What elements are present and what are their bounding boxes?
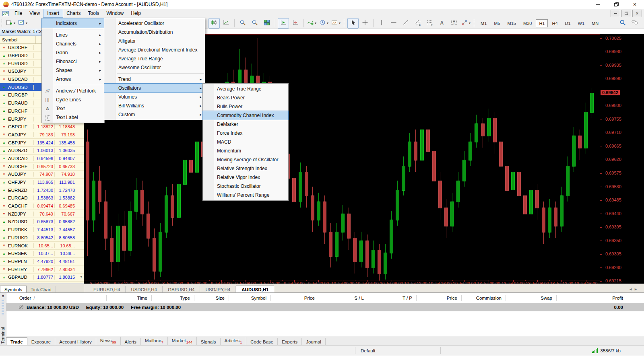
balance-row[interactable]: Balance: 10 000.00 USD Equity: 10 000.00… bbox=[6, 303, 644, 311]
terminal-drag-handle[interactable] bbox=[2, 300, 4, 316]
menu-item-relative-vigor-index[interactable]: Relative Vigor Index bbox=[203, 173, 288, 182]
child-restore-button[interactable] bbox=[621, 10, 631, 17]
menu-help[interactable]: Help bbox=[127, 9, 144, 17]
market-watch-row-eurpln[interactable]: ▲EURPLN4.479204.48161 bbox=[0, 258, 84, 266]
market-watch-row-eurhkd[interactable]: ▲EURHKD8.805428.80558 bbox=[0, 234, 84, 242]
scroll-down-icon[interactable]: ▾ bbox=[80, 275, 82, 279]
menu-item-stochastic-oscillator[interactable]: Stochastic Oscillator bbox=[203, 182, 288, 191]
market-watch-row-gbpaud[interactable]: ▲GBPAUD1.807771.80815 bbox=[0, 274, 84, 282]
vertical-line-button[interactable] bbox=[376, 18, 387, 29]
market-watch-row-eurdkk[interactable]: ▲EURDKK7.445137.44557 bbox=[0, 226, 84, 234]
text-button[interactable]: A bbox=[436, 18, 448, 29]
menu-tools[interactable]: Tools bbox=[85, 9, 103, 17]
period-w1-button[interactable]: W1 bbox=[575, 19, 588, 27]
chart-tab-usdjpy-h4[interactable]: USDJPY,H4 bbox=[200, 286, 236, 293]
column-header-s-l[interactable]: S / L bbox=[319, 295, 368, 301]
menu-charts[interactable]: Charts bbox=[63, 9, 84, 17]
menu-item-alligator[interactable]: Alligator bbox=[104, 37, 205, 45]
menu-insert[interactable]: Insert bbox=[43, 9, 63, 17]
templates-button[interactable]: ▼ bbox=[330, 18, 342, 29]
column-header-time[interactable]: Time bbox=[107, 295, 152, 301]
terminal-tab-code-base[interactable]: Code Base bbox=[246, 338, 278, 346]
period-m5-button[interactable]: M5 bbox=[491, 19, 503, 27]
terminal-tab-market[interactable]: Market144 bbox=[168, 337, 197, 346]
terminal-tab-articles[interactable]: Articles1 bbox=[221, 337, 247, 346]
column-header-commission[interactable]: Commission bbox=[462, 295, 506, 301]
menu-item-average-true-range[interactable]: Average True Range bbox=[104, 54, 205, 63]
insert-indicator-button[interactable]: ▼ bbox=[306, 18, 318, 29]
menu-item-relative-strength-index[interactable]: Relative Strength Index bbox=[203, 164, 288, 173]
period-h1-button[interactable]: H1 bbox=[536, 19, 548, 27]
market-watch-tab-tick-chart[interactable]: Tick Chart bbox=[27, 286, 56, 293]
menu-item-shapes[interactable]: Shapes▸ bbox=[42, 66, 104, 75]
tab-scroll-arrows[interactable]: ◄► bbox=[629, 287, 639, 293]
dropdown-caret-icon[interactable]: ▼ bbox=[326, 22, 329, 25]
menu-item-bears-power[interactable]: Bears Power bbox=[203, 93, 288, 102]
menu-item-custom[interactable]: Custom▸ bbox=[104, 110, 205, 119]
menu-item-fibonacci[interactable]: Fibonacci▸ bbox=[42, 57, 104, 66]
market-watch-row-audjpy[interactable]: ▼AUDJPY74.90774.918 bbox=[0, 171, 84, 179]
equidistant-channel-button[interactable]: E bbox=[412, 18, 423, 29]
menu-item-demarker[interactable]: DeMarker bbox=[203, 120, 288, 129]
menu-window[interactable]: Window bbox=[103, 9, 128, 17]
text-label-button[interactable]: T bbox=[448, 18, 460, 29]
menu-item-accumulation-distribution[interactable]: Accumulation/Distribution bbox=[104, 28, 205, 37]
dropdown-caret-icon[interactable]: ▼ bbox=[25, 22, 28, 25]
child-minimize-button[interactable] bbox=[611, 10, 620, 17]
zoom-in-button[interactable] bbox=[237, 18, 248, 29]
menu-item-arrows[interactable]: Arrows▸ bbox=[42, 75, 104, 84]
menu-item-volumes[interactable]: Volumes▸ bbox=[104, 93, 205, 101]
column-header-symbol[interactable]: Symbol bbox=[229, 295, 271, 301]
chat-button[interactable] bbox=[629, 18, 640, 29]
market-watch-row-nzdjpy[interactable]: ▼NZDJPY70.64070.667 bbox=[0, 210, 84, 218]
menu-item-indicators[interactable]: Indicators▸ bbox=[42, 19, 104, 28]
market-watch-row-gbpjpy[interactable]: ▲GBPJPY135.424135.458 bbox=[0, 139, 84, 147]
restore-button[interactable] bbox=[607, 0, 625, 9]
menu-item-macd[interactable]: MACD bbox=[203, 138, 288, 146]
terminal-tab-exposure[interactable]: Exposure bbox=[27, 338, 56, 346]
line-chart-button[interactable] bbox=[221, 18, 232, 29]
close-button[interactable]: × bbox=[625, 0, 644, 9]
chart-tab-audusd-h1[interactable]: AUDUSD,H1 bbox=[236, 286, 274, 293]
cursor-button[interactable] bbox=[347, 18, 359, 29]
arrows-button[interactable]: ▼ bbox=[460, 18, 472, 29]
market-watch-row-eurnok[interactable]: ▼EURNOK10.65...10.65... bbox=[0, 242, 84, 250]
child-close-button[interactable]: × bbox=[632, 10, 642, 17]
period-m15-button[interactable]: M15 bbox=[504, 19, 519, 27]
menu-item-andrews-pitchfork[interactable]: Andrews' Pitchfork/// bbox=[42, 86, 104, 95]
terminal-tab-experts[interactable]: Experts bbox=[278, 338, 302, 346]
market-watch-row-audnzd[interactable]: ▲AUDNZD1.060131.06035 bbox=[0, 147, 84, 155]
menu-file[interactable]: File bbox=[11, 9, 26, 17]
column-header-size[interactable]: Size bbox=[194, 295, 229, 301]
menu-item-lines[interactable]: Lines▸ bbox=[42, 31, 104, 39]
chart-tab-usdchf-h4[interactable]: USDCHF,H4 bbox=[126, 286, 163, 293]
menu-item-channels[interactable]: Channels▸ bbox=[42, 39, 104, 48]
dropdown-caret-icon[interactable]: ▼ bbox=[339, 22, 341, 25]
market-watch-row-eurtry[interactable]: ▼EURTRY7.796627.80334 bbox=[0, 265, 84, 274]
menu-item-accelerator-oscillator[interactable]: Accelerator Oscillator bbox=[104, 19, 205, 28]
trend-line-button[interactable] bbox=[400, 18, 411, 29]
terminal-tab-mailbox[interactable]: Mailbox7 bbox=[141, 337, 168, 346]
menu-item-average-true-range[interactable]: Average True Range bbox=[203, 84, 288, 93]
market-watch-row-cadchf[interactable]: ▼CADCHF0.694740.69485 bbox=[0, 202, 84, 210]
auto-scroll-button[interactable] bbox=[278, 18, 289, 29]
terminal-tab-journal[interactable]: Journal bbox=[302, 338, 326, 346]
fibonacci-retracement-button[interactable]: F bbox=[424, 18, 436, 29]
menu-item-moving-average-of-oscillator[interactable]: Moving Average of Oscillator bbox=[203, 155, 288, 164]
menu-view[interactable]: View bbox=[26, 9, 43, 17]
menu-item-force-index[interactable]: Force Index bbox=[203, 129, 288, 138]
status-profile[interactable]: Default bbox=[355, 347, 440, 354]
candlestick-chart-button[interactable] bbox=[208, 18, 220, 29]
column-header-price[interactable]: Price bbox=[271, 295, 319, 301]
market-watch-row-eurcad[interactable]: ▲EURCAD1.538631.53882 bbox=[0, 194, 84, 202]
menu-item-bill-williams[interactable]: Bill Williams▸ bbox=[104, 101, 205, 110]
market-watch-tab-symbols[interactable]: Symbols bbox=[0, 286, 27, 293]
chart-tab-gbpusd-h4[interactable]: GBPUSD,H4 bbox=[163, 286, 200, 293]
menu-item-williams-percent-range[interactable]: Williams' Percent Range bbox=[203, 191, 288, 200]
column-symbol[interactable]: Symbol bbox=[0, 37, 35, 42]
tile-windows-button[interactable] bbox=[261, 18, 272, 29]
terminal-tab-news[interactable]: News99 bbox=[96, 337, 121, 346]
market-watch-row-audchf[interactable]: ▼AUDCHF0.657230.65733 bbox=[0, 162, 84, 171]
column-header-swap[interactable]: Swap bbox=[506, 295, 557, 301]
dropdown-caret-icon[interactable]: ▼ bbox=[314, 22, 317, 25]
